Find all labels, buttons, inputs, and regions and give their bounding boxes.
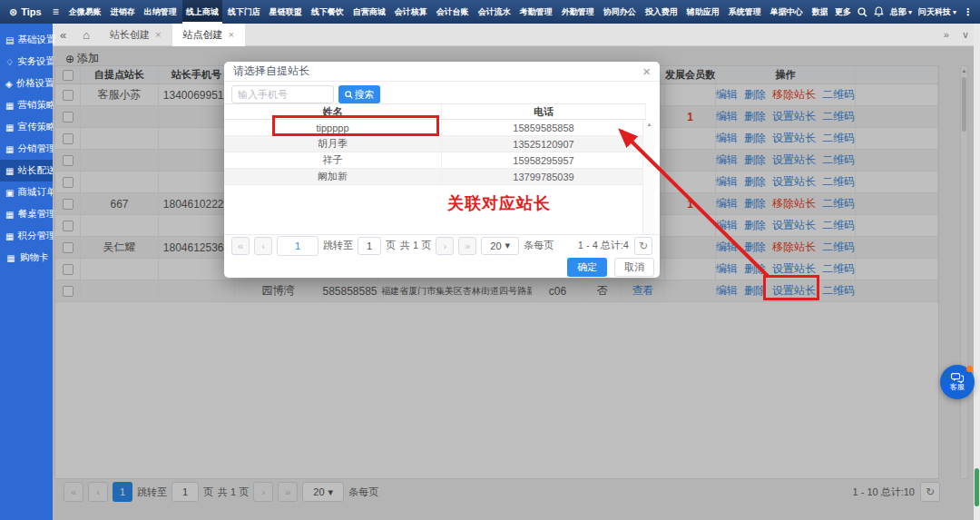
expand-tabs-icon[interactable]: » [944, 29, 949, 41]
prev-page-button[interactable]: ‹ [254, 237, 272, 255]
sidebar-item-label: 商城订单 [17, 186, 55, 199]
cell-name: 阚加新 [224, 169, 442, 184]
pagination-range: 1 - 4 总计:4↻ [578, 237, 652, 255]
topbar-item[interactable]: 线下餐饮 [308, 0, 348, 24]
topbar-item[interactable]: 线上商城 [182, 0, 222, 24]
close-tab-icon[interactable]: × [155, 29, 161, 40]
total-pages-label: 共 1 页 [400, 239, 431, 252]
topbar-item[interactable]: 协同办公 [600, 0, 640, 24]
topbar-item[interactable]: 会计台账 [433, 0, 473, 24]
company-switcher[interactable]: 问天科技▾ [918, 6, 956, 18]
module-icon: ▦ [5, 253, 16, 263]
topbar-item[interactable]: 辅助应用 [683, 0, 723, 24]
refresh-icon[interactable]: ↻ [634, 237, 652, 255]
search-button[interactable]: 搜索 [338, 85, 380, 103]
topbar-item[interactable]: 数据情报 [808, 0, 828, 24]
topbar-item[interactable]: 考勤管理 [516, 0, 556, 24]
tab[interactable]: 站长创建× [99, 24, 172, 46]
bell-icon[interactable] [874, 6, 884, 17]
sidebar-item[interactable]: ▤基础设置 [0, 29, 53, 51]
sidebar-item[interactable]: ▦餐桌管理 [0, 203, 53, 225]
notification-dot [966, 366, 973, 372]
more-menu[interactable]: 更多 [835, 6, 851, 18]
page-jump-input[interactable] [358, 237, 381, 255]
module-icon: ▦ [5, 144, 14, 154]
sidebar-item[interactable]: ▦积分管理 [0, 225, 53, 247]
current-page: 1 [277, 236, 318, 256]
sidebar-item[interactable]: ♢实务设置 [0, 51, 53, 73]
cell-name: tippppp [224, 120, 442, 135]
topbar-item[interactable]: 系统管理 [725, 0, 765, 24]
modal-table-row[interactable]: 胡月季13525120907 [224, 136, 646, 152]
module-icon: ▦ [5, 166, 14, 176]
module-icon: ▦ [5, 123, 14, 132]
modal-header: 请选择自提站长 × [224, 62, 660, 82]
overflow-menu-icon[interactable]: ⋮ [963, 6, 973, 18]
topbar-item[interactable]: 企微易账 [65, 0, 105, 24]
topbar-item[interactable]: 自营商城 [349, 0, 389, 24]
customer-service-button[interactable]: 客服 [940, 365, 975, 399]
org-switcher[interactable]: 总部▾ [890, 6, 912, 18]
sidebar-item[interactable]: ▦站长配送 [0, 160, 53, 182]
page-scrollbar[interactable] [974, 24, 980, 520]
select-station-modal: 请选择自提站长 × 搜索 姓名电话tippppp15859585858胡月季13… [224, 62, 660, 278]
tab-menu-icon[interactable]: ∨ [962, 29, 969, 41]
jump-label: 跳转至 [323, 239, 353, 252]
topbar-right: 更多 总部▾ 问天科技▾ ⋮ [828, 6, 980, 18]
sidebar-item-label: 营销策略 [17, 99, 55, 112]
sidebar-item[interactable]: ▦购物卡 [0, 247, 53, 269]
topbar-item[interactable]: 进销存 [107, 0, 139, 24]
last-page-button[interactable]: » [458, 237, 476, 255]
cell-phone: 15958295957 [442, 152, 646, 168]
topbar-item[interactable]: 会计流水 [475, 0, 514, 24]
tabs: 站长创建×站点创建× [99, 24, 245, 46]
page-size-select[interactable]: 20▾ [481, 237, 519, 255]
topbar-item[interactable]: 单据中心 [767, 0, 807, 24]
scroll-up-icon[interactable]: ▲ [643, 122, 655, 127]
order-icon: ▣ [5, 188, 14, 198]
sidebar-item-label: 价格设置 [16, 77, 54, 90]
topbar-item[interactable]: 星链联盟 [266, 0, 306, 24]
sidebar-item[interactable]: ▦分销管理 [0, 138, 53, 160]
modal-table-row[interactable]: 祥子15958295957 [224, 152, 646, 169]
home-icon[interactable]: ⌂ [74, 28, 99, 42]
sidebar-item-label: 分销管理 [17, 142, 55, 155]
phone-search-input[interactable] [231, 85, 334, 103]
module-icon: ▦ [5, 210, 14, 220]
first-page-button[interactable]: « [231, 237, 250, 255]
close-icon[interactable]: × [642, 64, 651, 78]
range-label: 1 - 4 总计:4 [578, 239, 629, 252]
sidebar-item[interactable]: ▣商城订单 [0, 182, 53, 203]
search-icon[interactable] [858, 7, 867, 17]
modal-table-row[interactable]: 阚加新13799785039 [224, 169, 646, 185]
hamburger-icon[interactable]: ≡ [47, 5, 64, 18]
page-scrollbar-thumb[interactable] [975, 468, 979, 506]
topbar-item[interactable]: 线下门店 [224, 0, 264, 24]
sidebar-item[interactable]: ▦营销策略 [0, 94, 53, 116]
modal-table-scrollbar[interactable]: ▲ [642, 120, 655, 234]
topbar-item[interactable]: 外勤管理 [558, 0, 598, 24]
sidebar-item-label: 购物卡 [20, 251, 49, 264]
confirm-button[interactable]: 确定 [567, 258, 607, 277]
modal-table-row[interactable]: tippppp15859585858 [224, 120, 646, 136]
caret-down-icon: ▾ [908, 8, 912, 16]
modal-search: 搜索 [231, 85, 380, 103]
brand-label: Tips [21, 6, 41, 17]
topbar-item[interactable]: 出纳管理 [141, 0, 181, 24]
customer-service-label: 客服 [950, 384, 965, 391]
topbar-menu: 企微易账进销存出纳管理线上商城线下门店星链联盟线下餐饮自营商城会计核算会计台账会… [64, 0, 828, 24]
modal-footer: 确定 取消 [224, 256, 660, 278]
cancel-button[interactable]: 取消 [614, 258, 654, 277]
cell-phone: 13799785039 [442, 169, 646, 184]
sidebar-item[interactable]: ◈价格设置 [0, 73, 53, 94]
next-page-button[interactable]: › [436, 237, 454, 255]
tab[interactable]: 站点创建× [172, 24, 245, 46]
topbar-item[interactable]: 投入费用 [642, 0, 681, 24]
sidebar-item[interactable]: ▦宣传策略 [0, 116, 53, 138]
gem-icon: ♢ [5, 57, 14, 67]
close-tab-icon[interactable]: × [229, 29, 234, 40]
modal-table-header-row: 姓名电话 [224, 103, 646, 120]
collapse-sidebar-icon[interactable]: « [53, 28, 74, 42]
topbar-item[interactable]: 会计核算 [391, 0, 431, 24]
caret-down-icon: ▾ [505, 240, 511, 251]
